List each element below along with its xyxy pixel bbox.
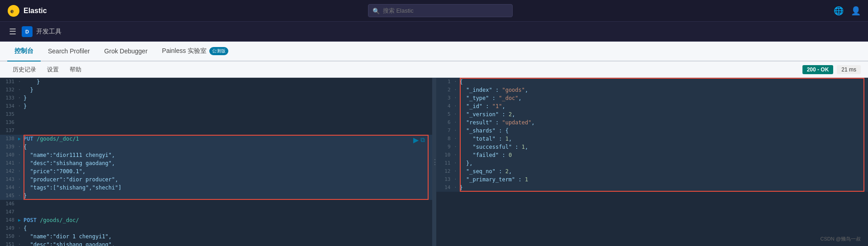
line-number: 13 — [436, 175, 454, 184]
output-line: 14·} — [436, 184, 868, 192]
elastic-logo[interactable]: e Elastic — [7, 5, 47, 17]
output-line: 2· "_index" : "goods", — [436, 86, 868, 94]
line-dot: ▶ — [18, 135, 24, 143]
output-line-content: "failed" : 0 — [460, 151, 868, 159]
editor-line: 134·} — [0, 102, 432, 110]
line-content: "desc":"shishang gaodang", — [24, 241, 432, 246]
line-dot: · — [454, 159, 460, 167]
output-line-content: "_seq_no" : 2, — [460, 167, 868, 175]
code-editor[interactable]: 131· }132· }133·}134·}135136137138▶PUT /… — [0, 78, 432, 246]
output-line: 9· "successful" : 1, — [436, 143, 868, 151]
editor-line: 137 — [0, 127, 432, 135]
line-number: 143 — [0, 175, 18, 184]
line-number: 149 — [0, 224, 18, 232]
output-line: 12· "_seq_no" : 2, — [436, 167, 868, 175]
sub-tab-settings-label: 设置 — [47, 66, 59, 74]
tab-search-profiler[interactable]: Search Profiler — [41, 42, 97, 62]
output-line: 13· "_primary_term" : 1 — [436, 175, 868, 184]
editor-line: 143· "producer":"dior producer", — [0, 175, 432, 184]
line-dot: · — [18, 102, 24, 110]
line-dot: · — [18, 151, 24, 159]
status-ok-label: 200 - OK — [802, 65, 834, 74]
elastic-title: Elastic — [24, 7, 47, 15]
status-time-label: 21 ms — [837, 65, 861, 74]
line-content: "name":"dior 1 chengyi1", — [24, 232, 432, 241]
sub-tab-settings[interactable]: 设置 — [42, 62, 64, 78]
line-number: 14 — [436, 184, 454, 192]
output-line-content: "total" : 1, — [460, 135, 868, 143]
second-bar: ☰ D 开发工具 — [0, 22, 868, 42]
line-dot: · — [18, 192, 24, 200]
sub-tab-help[interactable]: 帮助 — [64, 62, 87, 78]
line-content: "producer":"dior producer", — [24, 175, 432, 184]
output-line-content: "_primary_term" : 1 — [460, 175, 868, 184]
line-dot: · — [18, 94, 24, 102]
main-content: 131· }132· }133·}134·}135136137138▶PUT /… — [0, 78, 868, 246]
line-dot: · — [18, 167, 24, 175]
output-line-content: { — [460, 78, 868, 86]
line-content: } — [24, 94, 432, 102]
line-number: 141 — [0, 159, 18, 167]
line-dot: · — [454, 78, 460, 86]
search-input[interactable] — [368, 4, 513, 17]
editor-line: 135 — [0, 110, 432, 118]
tab-console[interactable]: 控制台 — [7, 42, 41, 62]
line-dot: · — [18, 232, 24, 241]
line-number: 148 — [0, 216, 18, 224]
globe-icon[interactable]: 🌐 — [834, 6, 844, 15]
tab-painless-label: Painless 实验室 — [162, 47, 207, 55]
editor-line: 138▶PUT /goods/_doc/1 — [0, 135, 432, 143]
hamburger-button[interactable]: ☰ — [7, 25, 18, 38]
editor-line: 148▶POST /goods/_doc/ — [0, 216, 432, 224]
line-content: "desc":"shishang gaodang", — [24, 159, 432, 167]
line-number: 6 — [436, 118, 454, 127]
output-line-content: "_type" : "_doc", — [460, 94, 868, 102]
editor-line: 150· "name":"dior 1 chengyi1", — [0, 232, 432, 241]
tab-grok-debugger-label: Grok Debugger — [104, 47, 148, 55]
line-number: 133 — [0, 94, 18, 102]
editor-line: 140· "name":"dior1111 chengyi", — [0, 151, 432, 159]
editor-line: 131· } — [0, 78, 432, 86]
editor-line: 151· "desc":"shishang gaodang", — [0, 241, 432, 246]
nav-right: 🌐 👤 — [834, 6, 861, 15]
line-content: PUT /goods/_doc/1 — [24, 135, 432, 143]
editor-line: 141· "desc":"shishang gaodang", — [0, 159, 432, 167]
output-line-content: "_version" : 2, — [460, 110, 868, 118]
tab-search-profiler-label: Search Profiler — [48, 47, 90, 55]
line-dot: · — [18, 143, 24, 151]
user-icon[interactable]: 👤 — [851, 6, 861, 15]
editor-line: 149·{ — [0, 224, 432, 232]
tab-bar: 控制台 Search Profiler Grok Debugger Painle… — [0, 42, 868, 62]
line-dot: · — [454, 175, 460, 184]
sub-bar: 历史记录 设置 帮助 200 - OK 21 ms — [0, 62, 868, 78]
line-number: 10 — [436, 151, 454, 159]
sub-tab-help-label: 帮助 — [70, 66, 81, 74]
line-dot: · — [454, 127, 460, 135]
line-content: POST /goods/_doc/ — [24, 216, 432, 224]
line-dot: · — [454, 102, 460, 110]
output-line-content: "_index" : "goods", — [460, 86, 868, 94]
line-content: } — [24, 86, 432, 94]
line-number: 132 — [0, 86, 18, 94]
line-content: } — [24, 102, 432, 110]
line-number: 3 — [436, 94, 454, 102]
status-badge: 200 - OK 21 ms — [802, 65, 861, 74]
editor-line: 136 — [0, 118, 432, 127]
line-number: 144 — [0, 184, 18, 192]
output-line-content: } — [460, 184, 868, 192]
line-dot: ▶ — [18, 216, 24, 224]
line-number: 139 — [0, 143, 18, 151]
tab-grok-debugger[interactable]: Grok Debugger — [97, 42, 155, 62]
tab-painless[interactable]: Painless 实验室 公测版 — [155, 42, 236, 62]
line-dot: · — [18, 175, 24, 184]
sub-tab-history-label: 历史记录 — [13, 66, 36, 74]
sub-tab-history[interactable]: 历史记录 — [7, 62, 42, 78]
line-number: 142 — [0, 167, 18, 175]
run-button[interactable]: ▶⧉ — [413, 136, 425, 144]
search-bar[interactable]: 🔍 — [368, 4, 513, 17]
line-number: 145 — [0, 192, 18, 200]
output-line: 11· }, — [436, 159, 868, 167]
line-number: 2 — [436, 86, 454, 94]
output-line: 5· "_version" : 2, — [436, 110, 868, 118]
editor-line: 133·} — [0, 94, 432, 102]
